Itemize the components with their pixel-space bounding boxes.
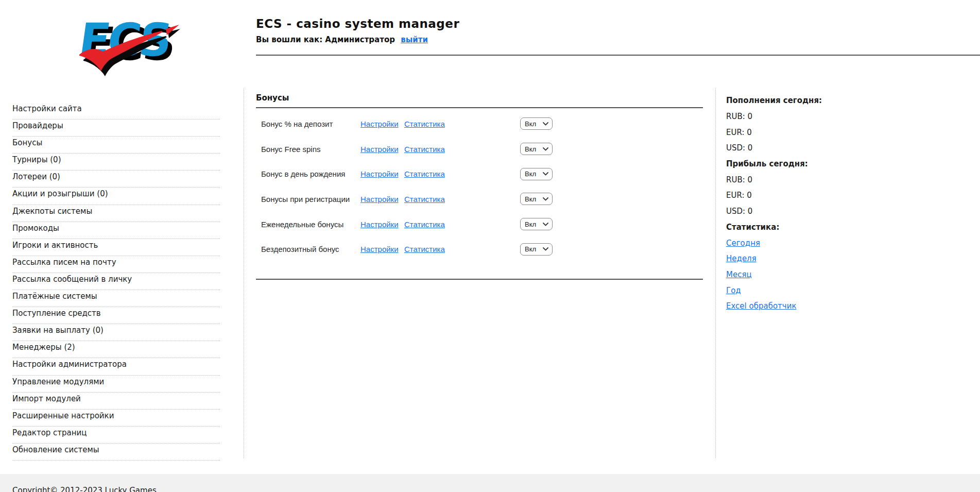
deposits-today-values: RUB: 0 EUR: 0 USD: 0 bbox=[726, 109, 881, 156]
bonus-state-value: Вкл bbox=[525, 120, 536, 128]
bonus-state-select[interactable]: Вкл bbox=[520, 218, 553, 230]
profit-today-values: RUB: 0 EUR: 0 USD: 0 bbox=[726, 172, 881, 219]
bonuses-bottom-rule bbox=[256, 279, 703, 280]
bonus-statistics-link[interactable]: Статистика bbox=[404, 195, 445, 203]
bonus-settings-link[interactable]: Настройки bbox=[360, 245, 399, 253]
sidebar-item-label: Рассылка сообщений в личку bbox=[12, 275, 132, 284]
sidebar-item-label: Игроки и активность bbox=[12, 241, 98, 250]
bonus-name: Бонусы при регистрации bbox=[261, 195, 360, 203]
bonuses-heading: Бонусы bbox=[256, 94, 703, 103]
sidebar-item[interactable]: Рассылка сообщений в личку bbox=[12, 273, 220, 290]
sidebar-item[interactable]: Настройки администратора bbox=[12, 358, 220, 375]
bonus-state-value: Вкл bbox=[525, 170, 536, 178]
bonuses-heading-rule bbox=[256, 107, 703, 108]
bonus-state-select[interactable]: Вкл bbox=[520, 243, 553, 256]
copyright-text: Copyright© 2012-2023 Lucky Games bbox=[12, 486, 157, 492]
statistics-link[interactable]: Неделя bbox=[726, 254, 757, 263]
logout-link[interactable]: выйти bbox=[401, 35, 428, 44]
sidebar-item[interactable]: Настройки сайта bbox=[12, 103, 220, 120]
bonus-statistics-link[interactable]: Статистика bbox=[404, 169, 445, 178]
chevron-down-icon bbox=[543, 223, 548, 226]
summary-panel: Пополнения сегодня: RUB: 0 EUR: 0 USD: 0… bbox=[726, 93, 881, 314]
currency-value: EUR: 0 bbox=[726, 124, 881, 140]
bonus-statistics-link[interactable]: Статистика bbox=[404, 220, 445, 229]
statistics-link[interactable]: Год bbox=[726, 286, 741, 295]
sidebar-item[interactable]: Лотереи (0) bbox=[12, 171, 220, 188]
statistics-link-row: Месяц bbox=[726, 267, 881, 283]
sidebar-menu: Настройки сайта Провайдеры Бонусы Турнир… bbox=[12, 103, 220, 461]
bonus-settings-link[interactable]: Настройки bbox=[360, 145, 399, 154]
profit-today-heading: Прибыль сегодня: bbox=[726, 156, 881, 172]
sidebar-item[interactable]: Промокоды bbox=[12, 222, 220, 239]
bonus-name: Бездепозитный бонус bbox=[261, 245, 360, 253]
currency-value: USD: 0 bbox=[726, 140, 881, 156]
bonus-settings-link[interactable]: Настройки bbox=[360, 120, 399, 128]
bonus-settings-link[interactable]: Настройки bbox=[360, 169, 399, 178]
sidebar-item-label: Управление модулями bbox=[12, 377, 104, 386]
statistics-link-row: Год bbox=[726, 282, 881, 298]
statistics-links: Сегодня Неделя Месяц Год Excel обработчи… bbox=[726, 235, 881, 314]
sidebar-item[interactable]: Турниры (0) bbox=[12, 154, 220, 171]
bonus-state-select[interactable]: Вкл bbox=[520, 193, 553, 205]
bonus-row: Бонус в день рождения Настройки Статисти… bbox=[256, 161, 703, 186]
sidebar-item-label: Акции и розыгрыши (0) bbox=[12, 189, 108, 198]
sidebar-item-label: Настройки сайта bbox=[12, 104, 82, 113]
sidebar-item[interactable]: Расширенные настройки bbox=[12, 410, 220, 427]
sidebar-item[interactable]: Импорт модулей bbox=[12, 393, 220, 410]
chevron-down-icon bbox=[543, 172, 548, 176]
sidebar-item-label: Турниры (0) bbox=[12, 155, 61, 164]
sidebar-item-label: Заявки на выплату (0) bbox=[12, 326, 104, 335]
sidebar-item[interactable]: Платёжные системы bbox=[12, 290, 220, 307]
sidebar-item-label: Поступление средств bbox=[12, 309, 101, 318]
ecs-admin-page: { "header": { "logo_text": "ECS", "title… bbox=[0, 0, 980, 492]
main-summary-divider bbox=[715, 89, 716, 458]
chevron-down-icon bbox=[543, 147, 548, 151]
bonus-name: Бонус в день рождения bbox=[261, 169, 360, 178]
deposits-today-heading: Пополнения сегодня: bbox=[726, 93, 881, 109]
ecs-logo[interactable]: ECS ECS bbox=[71, 6, 180, 79]
header-divider bbox=[256, 55, 980, 56]
bonus-settings-link[interactable]: Настройки bbox=[360, 195, 399, 203]
sidebar-item-label: Рассылка писем на почту bbox=[12, 258, 116, 267]
sidebar-item[interactable]: Редактор страниц bbox=[12, 427, 220, 444]
sidebar-item[interactable]: Обновление системы bbox=[12, 444, 220, 461]
sidebar-item[interactable]: Управление модулями bbox=[12, 376, 220, 393]
sidebar-item[interactable]: Поступление средств bbox=[12, 307, 220, 324]
footer: Copyright© 2012-2023 Lucky Games bbox=[0, 474, 980, 492]
bonus-settings-link[interactable]: Настройки bbox=[360, 220, 399, 229]
statistics-link[interactable]: Сегодня bbox=[726, 239, 760, 248]
sidebar-item-label: Бонусы bbox=[12, 138, 42, 147]
ecs-logo-image: ECS ECS bbox=[71, 6, 180, 79]
bonus-state-select[interactable]: Вкл bbox=[520, 143, 553, 155]
bonus-row: Еженедельные бонусы Настройки Статистика… bbox=[256, 212, 703, 237]
login-status-text: Вы вошли как: Администратор bbox=[256, 35, 395, 44]
sidebar-item-label: Платёжные системы bbox=[12, 292, 97, 301]
chevron-down-icon bbox=[543, 197, 548, 201]
sidebar-item[interactable]: Менеджеры (2) bbox=[12, 341, 220, 358]
statistics-link[interactable]: Excel обработчик bbox=[726, 301, 796, 311]
bonus-row: Бездепозитный бонус Настройки Статистика… bbox=[256, 236, 703, 262]
sidebar-main-divider bbox=[244, 89, 244, 458]
currency-value: EUR: 0 bbox=[726, 188, 881, 203]
bonus-statistics-link[interactable]: Статистика bbox=[404, 145, 445, 154]
statistics-link[interactable]: Месяц bbox=[726, 270, 752, 279]
sidebar-item[interactable]: Заявки на выплату (0) bbox=[12, 324, 220, 341]
bonus-name: Бонус % на депозит bbox=[261, 120, 360, 128]
bonus-statistics-link[interactable]: Статистика bbox=[404, 120, 445, 128]
sidebar-item[interactable]: Бонусы bbox=[12, 137, 220, 154]
bonus-state-value: Вкл bbox=[525, 195, 536, 203]
sidebar-item[interactable]: Провайдеры bbox=[12, 120, 220, 137]
bonus-row: Бонус % на депозит Настройки Статистика … bbox=[256, 111, 703, 137]
header: ECS - casino system manager Вы вошли как… bbox=[256, 17, 459, 44]
bonus-rows: Бонус % на депозит Настройки Статистика … bbox=[256, 111, 703, 262]
login-status: Вы вошли как: Администратор выйти bbox=[256, 35, 459, 44]
sidebar-item-label: Провайдеры bbox=[12, 121, 63, 130]
bonus-statistics-link[interactable]: Статистика bbox=[404, 245, 445, 253]
currency-value: RUB: 0 bbox=[726, 172, 881, 188]
sidebar-item[interactable]: Джекпоты системы bbox=[12, 205, 220, 222]
sidebar-item[interactable]: Игроки и активность bbox=[12, 239, 220, 256]
sidebar-item[interactable]: Рассылка писем на почту bbox=[12, 256, 220, 273]
sidebar-item[interactable]: Акции и розыгрыши (0) bbox=[12, 188, 220, 205]
bonus-state-select[interactable]: Вкл bbox=[520, 168, 553, 180]
bonus-state-select[interactable]: Вкл bbox=[520, 117, 553, 130]
